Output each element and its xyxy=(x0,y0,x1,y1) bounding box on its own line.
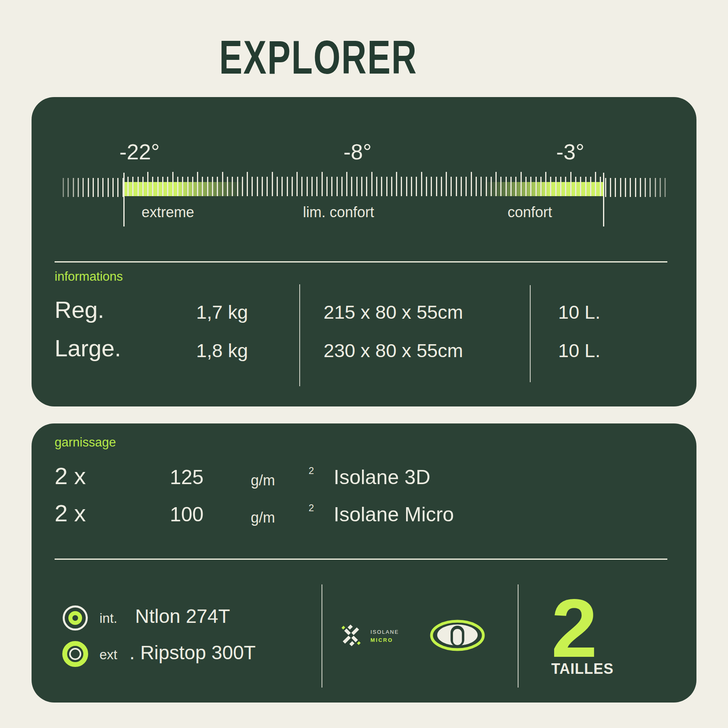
sizes-label: TAILLES xyxy=(551,662,614,676)
sleeping-bag-hood-icon xyxy=(429,619,486,652)
page-title: EXPLORER xyxy=(219,34,417,81)
comfort-temperature-value: -3° xyxy=(556,141,584,163)
brand-variant: MICRO xyxy=(370,637,393,643)
extreme-temperature-value: -22° xyxy=(119,141,160,163)
interior-fabric-value: Ntlon 274T xyxy=(135,607,230,626)
exterior-fabric-icon-core xyxy=(69,648,81,660)
limit-temperature-value: -8° xyxy=(343,141,372,163)
exterior-label: ext xyxy=(99,648,117,661)
size-name: Reg. xyxy=(55,298,104,322)
interior-fabric-icon-core xyxy=(68,611,82,625)
informations-section-label: informations xyxy=(55,270,123,283)
weight: 1,8 kg xyxy=(196,341,248,360)
filling-qty: 2 x xyxy=(55,464,86,488)
snowflake-icon xyxy=(338,622,364,648)
zone-label-extreme: extreme xyxy=(142,205,194,220)
filling-material: Isolane Micro xyxy=(334,504,454,525)
exterior-fabric-value: . Ripstop 300T xyxy=(129,643,256,662)
filling-unit-exponent: 2 xyxy=(309,503,314,513)
column-divider xyxy=(530,285,531,382)
sizes-count: 2 xyxy=(551,586,597,669)
zone-label-comfort: confort xyxy=(508,205,552,220)
filling-unit-exponent: 2 xyxy=(309,466,314,476)
volume: 10 L. xyxy=(558,303,601,322)
column-divider xyxy=(299,284,300,386)
zone-label-limit: lim. confort xyxy=(303,205,374,220)
filling-grammage: 100 xyxy=(170,504,203,525)
dimensions: 215 x 80 x 55cm xyxy=(324,303,463,322)
separator-line xyxy=(55,261,667,262)
interior-label: int. xyxy=(99,612,117,625)
filling-unit: g/m xyxy=(251,510,275,525)
brand-name: ISOLANE xyxy=(370,629,399,635)
garnissage-section-label: garnissage xyxy=(55,436,116,449)
size-name: Large. xyxy=(55,336,121,360)
volume: 10 L. xyxy=(558,341,601,360)
dimensions: 230 x 80 x 55cm xyxy=(324,341,463,360)
section-divider xyxy=(518,584,518,688)
filling-unit: g/m xyxy=(251,473,275,488)
separator-line xyxy=(55,559,667,560)
filling-grammage: 125 xyxy=(170,467,203,487)
weight: 1,7 kg xyxy=(196,303,248,322)
filling-qty: 2 x xyxy=(55,502,86,525)
filling-material: Isolane 3D xyxy=(334,467,430,487)
section-divider xyxy=(322,584,322,688)
